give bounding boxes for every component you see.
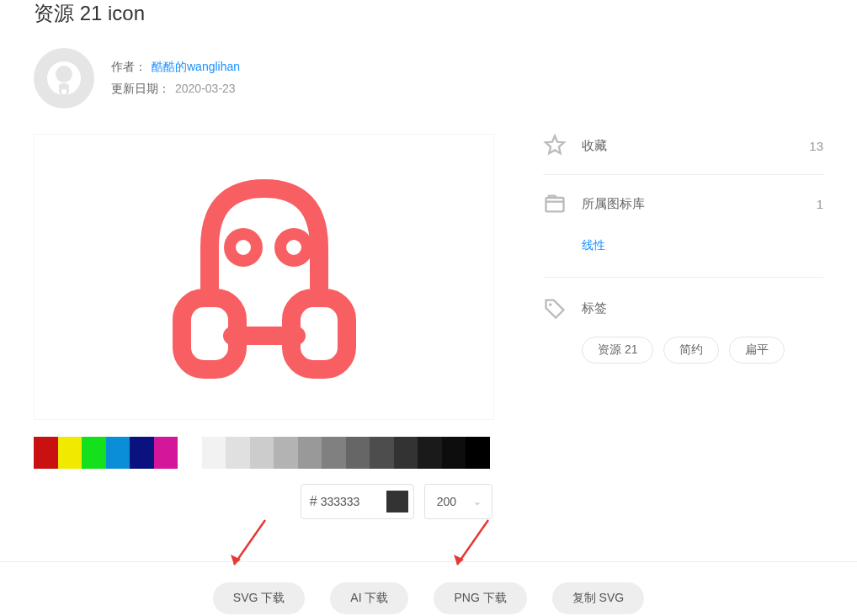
tags-label: 标签 [582, 300, 607, 316]
avatar[interactable] [34, 48, 94, 109]
svg-point-7 [230, 234, 257, 261]
tags-header: 标签 [543, 296, 823, 320]
red-arrow-icon [442, 516, 501, 575]
red-arrow-icon [219, 516, 278, 575]
color-swatch[interactable] [34, 437, 58, 469]
color-palette [34, 437, 492, 469]
stat-libraries[interactable]: 所属图标库 1 [543, 192, 823, 232]
svg-rect-9 [546, 198, 564, 211]
color-swatch[interactable] [394, 437, 418, 469]
download-png-button[interactable]: PNG 下载 [434, 582, 526, 614]
preview-svg [163, 167, 365, 386]
date-label: 更新日期： [111, 82, 170, 97]
svg-point-8 [280, 234, 307, 261]
library-link[interactable]: 线性 [582, 238, 605, 253]
svg-point-3 [61, 89, 67, 94]
color-swatch[interactable] [202, 437, 226, 469]
folder-icon [543, 192, 567, 215]
download-bar: SVG 下载 AI 下载 PNG 下载 复制 SVG [0, 561, 857, 616]
size-value: 200 [437, 495, 456, 508]
star-icon [543, 134, 567, 157]
color-swatch[interactable] [58, 437, 83, 469]
svg-line-11 [234, 520, 265, 565]
color-swatch[interactable] [322, 437, 346, 469]
svg-line-13 [457, 520, 488, 565]
color-swatch[interactable] [226, 437, 250, 469]
size-select[interactable]: 200 ⌄ [424, 484, 492, 519]
tags-list: 资源 21简约扁平 [582, 337, 823, 364]
color-swatch[interactable] [346, 437, 370, 469]
color-swatch[interactable] [130, 437, 154, 469]
color-swatch[interactable] [154, 437, 178, 469]
svg-point-1 [56, 66, 72, 82]
chevron-down-icon: ⌄ [473, 496, 482, 507]
download-ai-button[interactable]: AI 下载 [330, 582, 408, 614]
svg-point-10 [549, 303, 552, 306]
color-swatch[interactable] [442, 437, 466, 469]
stat-favorites-value: 13 [809, 139, 823, 153]
color-swatch[interactable] [418, 437, 442, 469]
author-block: 作者： 酷酷的wanglihan 更新日期： 2020-03-23 [34, 48, 823, 109]
color-chip [386, 491, 408, 512]
color-swatch[interactable] [466, 437, 490, 469]
color-swatch[interactable] [106, 437, 130, 469]
author-label: 作者： [111, 60, 146, 75]
stat-libraries-value: 1 [817, 197, 823, 211]
color-swatch[interactable] [250, 437, 274, 469]
stat-favorites-label: 收藏 [582, 138, 794, 154]
download-svg-button[interactable]: SVG 下载 [213, 582, 305, 614]
color-swatch[interactable] [274, 437, 298, 469]
tag-item[interactable]: 资源 21 [582, 337, 653, 364]
color-swatch[interactable] [298, 437, 322, 469]
color-input[interactable] [319, 494, 381, 509]
stat-favorites[interactable]: 收藏 13 [543, 134, 823, 175]
user-icon [44, 58, 84, 98]
color-swatch[interactable] [82, 437, 106, 469]
stat-libraries-label: 所属图标库 [582, 196, 801, 212]
color-swatch[interactable] [178, 437, 202, 469]
tag-item[interactable]: 简约 [663, 337, 719, 364]
color-input-box[interactable]: # [301, 484, 414, 519]
tag-icon [543, 296, 567, 320]
page-title: 资源 21 icon [34, 0, 823, 27]
date-value: 2020-03-23 [175, 82, 236, 97]
icon-preview [34, 134, 494, 420]
copy-svg-button[interactable]: 复制 SVG [552, 582, 644, 614]
color-swatch[interactable] [370, 437, 394, 469]
author-link[interactable]: 酷酷的wanglihan [152, 60, 240, 75]
tag-item[interactable]: 扁平 [729, 337, 785, 364]
hash-symbol: # [310, 494, 317, 509]
